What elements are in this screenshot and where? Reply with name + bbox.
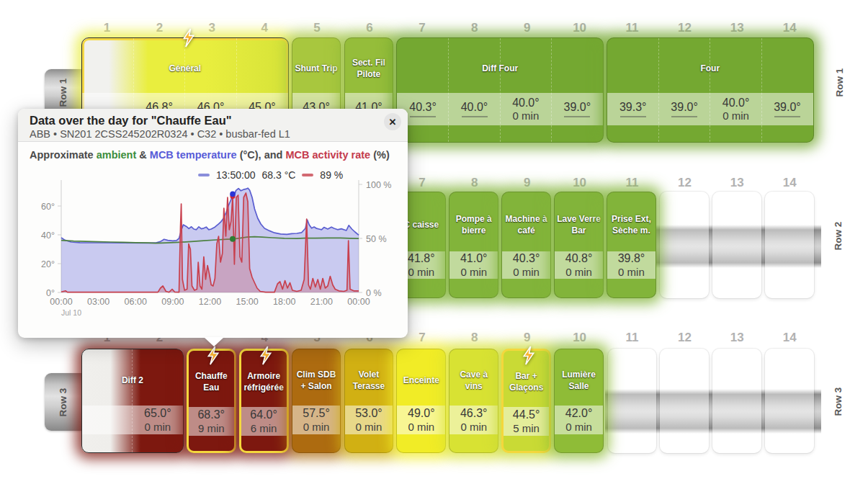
temperature-value: 42.0° xyxy=(565,407,593,420)
svg-text:100 %: 100 % xyxy=(366,180,391,190)
breaker-clim-sdb-salon[interactable]: Clim SDB + Salon57.5°0 min xyxy=(292,349,341,453)
breaker-label: Lave Verre Bar xyxy=(555,201,603,250)
breaker-cell: 39.0° xyxy=(761,93,813,125)
breaker-four[interactable]: Four39.3°39.0°40.0°0 min39.0° xyxy=(607,37,814,143)
column-number: 4 xyxy=(238,21,291,35)
breaker-prise-ext-se-che-m[interactable]: Prise Ext, Sèche m.39.8°0 min xyxy=(607,192,656,298)
close-icon[interactable]: ✕ xyxy=(384,113,401,130)
temperature-value: 49.0° xyxy=(408,407,435,420)
value-band: 40.3°0 min xyxy=(502,251,550,279)
popup-header: Data over the day for "Chauffe Eau" ABB … xyxy=(18,109,408,142)
breaker-cell: 40.8°0 min xyxy=(555,251,603,279)
temperature-value: 41.0° xyxy=(460,252,488,265)
active-minutes-value: 0 min xyxy=(145,421,171,433)
column-number: 9 xyxy=(501,21,553,35)
breaker-volet-terasse[interactable]: Volet Terasse53.0°0 min xyxy=(344,349,394,453)
breaker-machine-a-cafe[interactable]: Machine à café40.3°0 min xyxy=(501,192,551,298)
temperature-value: 39.8° xyxy=(618,252,645,265)
breaker-lave-verre-bar[interactable]: Lave Verre Bar40.8°0 min xyxy=(554,192,604,298)
value-band: 40.3°40.0°40.0°0 min39.0° xyxy=(397,93,603,125)
lightning-icon xyxy=(204,346,223,365)
breaker-cell: 57.5°0 min xyxy=(292,406,341,434)
breaker-label: Lumière Salle xyxy=(555,358,603,404)
breaker-cell: 39.8°0 min xyxy=(607,251,656,279)
temperature-value: 39.0° xyxy=(564,101,591,114)
svg-text:21:00: 21:00 xyxy=(310,297,333,307)
temperature-value: 40.0° xyxy=(512,97,540,109)
column-number: 14 xyxy=(764,331,816,345)
value-band: 49.0°0 min xyxy=(397,406,445,434)
column-number: 14 xyxy=(764,176,816,190)
breaker-detail-popup: Data over the day for "Chauffe Eau" ABB … xyxy=(18,109,408,338)
svg-text:20°: 20° xyxy=(41,259,55,269)
legend-rate-dash-icon xyxy=(302,174,313,176)
breaker-cell: 39.0° xyxy=(552,93,603,125)
column-number: 9 xyxy=(501,176,553,190)
column-number: 9 xyxy=(501,331,553,345)
temperature-value: 40.3° xyxy=(513,252,540,265)
busbar-stub-row-3: Row 3 xyxy=(45,373,81,431)
breaker-pompe-a-bierre[interactable]: Pompe à bierre41.0°0 min xyxy=(449,192,498,298)
heading-part-plain: (°C), and xyxy=(237,149,286,161)
row-label-right: Row 2 xyxy=(833,226,844,251)
temperature-value: 44.5° xyxy=(513,408,540,421)
column-number: 11 xyxy=(606,21,658,35)
breaker-bar-glac-ons[interactable]: Bar + Glaçons44.5°5 min xyxy=(501,349,551,453)
legend-temp-dash-icon xyxy=(198,174,210,176)
breaker-label: Four xyxy=(607,47,813,91)
breaker-label: Prise Ext, Sèche m. xyxy=(607,201,656,250)
active-minutes-value: 0 min xyxy=(408,421,434,433)
temperature-value: 40.0° xyxy=(722,97,750,109)
column-number: 13 xyxy=(711,176,764,190)
row-label: Row 1 xyxy=(58,78,68,107)
breaker-cell: 40.0° xyxy=(449,93,500,125)
column-number: 12 xyxy=(658,21,711,35)
active-minutes-value: 6 min xyxy=(251,422,277,434)
svg-text:60°: 60° xyxy=(41,202,55,212)
breaker-label: Enceinte xyxy=(397,358,445,404)
value-band: 39.3°39.0°40.0°0 min39.0° xyxy=(607,93,813,125)
column-number: 12 xyxy=(658,331,711,345)
heading-part-plain: Approximate xyxy=(30,149,97,161)
value-band: 65.0°0 min xyxy=(82,406,183,434)
breaker-label: Pompe à bierre xyxy=(449,201,498,250)
temperature-value: 40.0° xyxy=(461,101,488,114)
active-minutes-value: 0 min xyxy=(722,109,749,122)
svg-text:06:00: 06:00 xyxy=(125,297,147,307)
breaker-label: Diff 2 xyxy=(82,358,183,404)
value-band: 68.3°9 min xyxy=(189,407,234,436)
empty-slot xyxy=(765,349,814,453)
breaker-armoire-re-frige-re-e[interactable]: Armoire réfrigérée64.0°6 min xyxy=(239,349,289,453)
breaker-cell: 46.3°0 min xyxy=(449,406,498,434)
active-minutes-value: 0 min xyxy=(408,266,434,278)
temperature-value: 39.0° xyxy=(671,101,698,114)
breaker-cell: 39.0° xyxy=(658,93,710,125)
svg-text:00:00: 00:00 xyxy=(347,297,370,307)
svg-text:15:00: 15:00 xyxy=(236,297,258,307)
svg-text:12:00: 12:00 xyxy=(199,297,221,307)
column-number: 10 xyxy=(553,21,606,35)
breaker-diff-four[interactable]: Diff Four40.3°40.0°40.0°0 min39.0° xyxy=(396,37,604,143)
breaker-enceinte[interactable]: Enceinte49.0°0 min xyxy=(396,349,446,453)
breaker-diff-2[interactable]: Diff 265.0°0 min xyxy=(81,349,184,453)
active-minutes-value: 0 min xyxy=(460,421,487,433)
lightning-bolt xyxy=(179,28,198,50)
no-activity-rule xyxy=(774,116,800,117)
active-minutes-value: 9 min xyxy=(198,422,225,434)
value-band: 57.5°0 min xyxy=(292,406,341,434)
column-number: 13 xyxy=(711,331,764,345)
value-band: 39.8°0 min xyxy=(607,251,656,279)
active-minutes-value: 0 min xyxy=(565,266,592,278)
breaker-cell: 65.0°0 min xyxy=(133,406,183,434)
svg-text:03:00: 03:00 xyxy=(87,297,109,307)
temperature-value: 68.3° xyxy=(197,408,225,421)
breaker-cave-a-vins[interactable]: Cave à vins46.3°0 min xyxy=(449,349,498,453)
breaker-chauffe-eau[interactable]: Chauffe Eau68.3°9 min xyxy=(187,349,236,453)
breaker-label: Général xyxy=(82,47,288,91)
breaker-lumie-re-salle[interactable]: Lumière Salle42.0°0 min xyxy=(554,349,604,453)
svg-text:18:00: 18:00 xyxy=(273,297,295,307)
breaker-label: Cave à vins xyxy=(449,358,498,404)
breaker-cell: 40.3°0 min xyxy=(502,251,550,279)
lightning-bolt xyxy=(519,346,538,368)
svg-text:00:00: 00:00 xyxy=(50,297,72,307)
